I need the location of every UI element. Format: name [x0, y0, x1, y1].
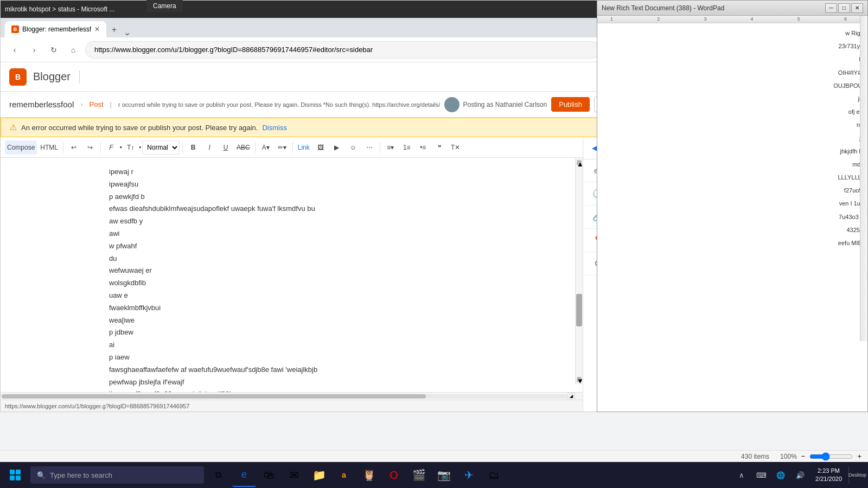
camera-popup-label: Camera [153, 2, 176, 10]
new-tab-button[interactable]: + [106, 22, 122, 37]
editor-content[interactable]: ipewaj ripweajfsup aewkjfd befwas dieafs… [1, 158, 583, 392]
task-view-button[interactable]: ⧉ [206, 463, 230, 487]
search-icon: 🔍 [37, 471, 46, 479]
taskbar-store-icon[interactable]: 🛍 [257, 463, 281, 487]
taskbar-search[interactable]: 🔍 Type here to search [30, 466, 204, 484]
vertical-scrollbar[interactable]: ▲ ▼ [575, 158, 583, 384]
wordpad-content: w Right 23r731y9r kd OIH#IY#H OUJBPOUJ j… [597, 16, 867, 24]
posting-avatar [444, 97, 459, 112]
highlight-button[interactable]: ✏▾ [275, 140, 290, 155]
post-label: Post [90, 100, 104, 108]
font-button[interactable]: F [104, 140, 119, 155]
taskbar-filemanager-icon[interactable]: 🗂 [482, 463, 506, 487]
toolbar-dot-1: • [120, 144, 122, 150]
align-button[interactable]: ≡▾ [383, 140, 398, 155]
desktop-button[interactable]: Desktop [848, 466, 866, 484]
taskbar-tripadvisor-icon[interactable]: 🦉 [357, 463, 381, 487]
wordpad-buttons: ─ □ ✕ [825, 3, 863, 13]
sidebar-arrow-icon: ◀ [592, 144, 597, 152]
editor-line: du [109, 253, 474, 265]
editor-line: ipewaj r [109, 166, 474, 178]
undo-button[interactable]: ↩ [66, 140, 81, 155]
status-url: https://www.blogger.com/u/1/blogger.g?bl… [5, 403, 578, 409]
zoom-in-button[interactable]: + [857, 452, 861, 460]
wordpad-maximize-button[interactable]: □ [838, 3, 850, 13]
taskbar-app1-icon[interactable]: ✈ [457, 463, 481, 487]
wordpad-minimize-button[interactable]: ─ [825, 3, 837, 13]
store-icon: 🛍 [264, 469, 275, 481]
html-button[interactable]: HTML [38, 140, 60, 155]
emoji-button[interactable]: ☺ [346, 140, 361, 155]
dismiss-link[interactable]: Dismiss [262, 124, 287, 132]
tray-up-arrow[interactable]: ∧ [733, 466, 750, 484]
compose-button[interactable]: Compose [5, 140, 37, 155]
tray-keyboard-icon[interactable]: ⌨ [752, 466, 770, 484]
address-input[interactable] [85, 41, 600, 59]
home-button[interactable]: ⌂ [66, 42, 81, 57]
taskbar-amazon-icon[interactable]: a [332, 463, 356, 487]
publish-button[interactable]: Publish [551, 97, 590, 112]
style-select[interactable]: Normal [142, 140, 180, 155]
wordpad-scrollbar[interactable] [860, 16, 867, 341]
unordered-list-button[interactable]: •≡ [416, 140, 431, 155]
font-color-button[interactable]: A▾ [258, 140, 273, 155]
desktop-icon: Desktop [848, 472, 866, 478]
post-title-text: rememberlessfool [9, 100, 74, 109]
more-format-button[interactable]: ⋯ [362, 140, 377, 155]
error-text: An error occurred while trying to save o… [21, 124, 258, 132]
video-button[interactable]: ▶ [329, 140, 344, 155]
vlc-icon: 🎬 [412, 468, 426, 481]
underline-button[interactable]: U [218, 140, 233, 155]
toolbar-separator-6 [380, 142, 380, 153]
scroll-down-button[interactable]: ▼ [577, 377, 582, 382]
taskbar-mail-icon[interactable]: ✉ [282, 463, 306, 487]
taskbar-files-icon[interactable]: 📁 [307, 463, 331, 487]
tab-dropdown-button[interactable]: ⌄ [124, 27, 131, 37]
editor-line: jbu wea f9ewaf8g08a e-waip'jg'esoif90bu [109, 389, 474, 392]
taskbar: 🔍 Type here to search ⧉ e 🛍 ✉ 📁 a 🦉 O 🎬 [0, 462, 868, 488]
wordpad-close-button[interactable]: ✕ [851, 3, 863, 13]
scroll-thumb[interactable] [576, 294, 582, 326]
internet-explorer-icon: e [241, 469, 247, 480]
back-button[interactable]: ‹ [7, 42, 22, 57]
tray-network-icon[interactable]: 🌐 [772, 466, 789, 484]
tab-close-button[interactable]: ✕ [94, 25, 100, 33]
zoom-out-button[interactable]: − [801, 452, 806, 460]
bold-button[interactable]: B [186, 140, 201, 155]
active-tab[interactable]: B Blogger: rememberlessf ✕ [5, 21, 106, 37]
wordpad-titlebar: New Rich Text Document (388) - WordPad ─… [597, 1, 867, 16]
link-button[interactable]: Link [296, 140, 312, 155]
wordpad-window: New Rich Text Document (388) - WordPad ─… [597, 0, 868, 412]
app1-icon: ✈ [464, 468, 474, 481]
warning-icon: ⚠ [10, 123, 17, 132]
windows-icon [10, 470, 21, 480]
redo-button[interactable]: ↪ [82, 140, 98, 155]
taskbar-camera-icon[interactable]: 📷 [432, 463, 456, 487]
taskbar-opera-icon[interactable]: O [382, 463, 406, 487]
font-size-button[interactable]: T↕ [123, 140, 138, 155]
taskbar-ie-icon[interactable]: e [232, 463, 256, 487]
horizontal-scrollbar[interactable]: ◢ [1, 392, 583, 400]
taskbar-vlc-icon[interactable]: 🎬 [407, 463, 431, 487]
zoom-slider[interactable] [809, 452, 853, 461]
strikethrough-button[interactable]: ABC [234, 140, 252, 155]
editor-line: fwaeklmbffkjvbui [109, 303, 474, 314]
editor-line: p iaew [109, 352, 474, 363]
start-button[interactable] [2, 462, 28, 488]
editor-scroll[interactable]: ipewaj ripweajfsup aewkjfd befwas dieafs… [1, 158, 583, 392]
reload-button[interactable]: ↻ [46, 42, 61, 57]
image-button[interactable]: 🖼 [313, 140, 328, 155]
clear-format-button[interactable]: T✕ [448, 140, 463, 155]
forward-button[interactable]: › [27, 42, 42, 57]
italic-button[interactable]: I [202, 140, 217, 155]
editor-line: p aewkjfd b [109, 191, 474, 203]
scroll-up-button[interactable]: ▲ [577, 160, 582, 165]
taskbar-pinned-apps: e 🛍 ✉ 📁 a 🦉 O 🎬 📷 ✈ 🗂 [232, 463, 506, 487]
ordered-list-button[interactable]: 1≡ [399, 140, 414, 155]
system-clock[interactable]: 2:23 PM 2/21/2020 [811, 467, 846, 484]
posting-as: Posting as Nathaniel Carlson [444, 97, 547, 112]
tray-volume-icon[interactable]: 🔊 [792, 466, 809, 484]
status-bar: https://www.blogger.com/u/1/blogger.g?bl… [1, 400, 583, 412]
quote-button[interactable]: ❝ [432, 140, 447, 155]
camera-icon: 📷 [437, 468, 451, 481]
